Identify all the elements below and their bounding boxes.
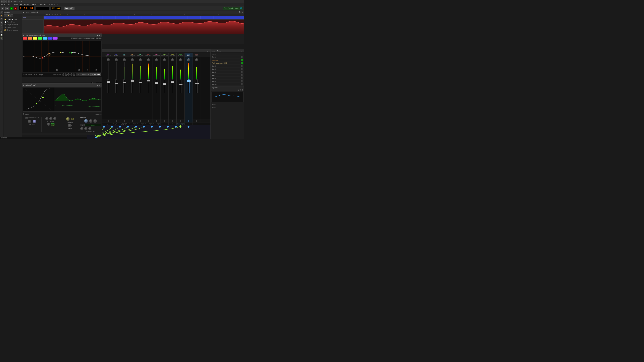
- sidebar-icon-1[interactable]: ⊕: [0, 11, 3, 14]
- menu-file[interactable]: FILE: [1, 3, 6, 5]
- ch11-pan-knob[interactable]: [179, 58, 182, 61]
- slot-10[interactable]: Slot 10: [211, 83, 244, 86]
- send-dot-13[interactable]: [196, 120, 198, 122]
- bpm-display[interactable]: 115.000: [51, 7, 60, 10]
- sidebar-icon-9[interactable]: 💡: [0, 37, 3, 39]
- ch6-fader-thumb[interactable]: [139, 82, 142, 83]
- ch4-pan-knob[interactable]: [123, 58, 126, 61]
- att-knob[interactable]: [45, 117, 48, 120]
- slot-8-dot[interactable]: [241, 77, 243, 79]
- rms-btn[interactable]: RMS: [51, 124, 55, 126]
- maximize-icon[interactable]: □: [5, 0, 8, 2]
- rewind-button[interactable]: ⏮: [1, 7, 4, 10]
- eq-settings-icon[interactable]: ⚙: [23, 34, 24, 36]
- eq-minimize-icon[interactable]: ▶: [99, 34, 100, 36]
- slot-maximus[interactable]: Maximus: [211, 58, 244, 61]
- eq-up-icon[interactable]: ▲: [238, 89, 239, 91]
- eq-band-7[interactable]: 7: [53, 37, 58, 39]
- low-on-btn[interactable]: ON: [25, 117, 28, 119]
- low-post-knob[interactable]: [33, 120, 36, 123]
- send-dot-7[interactable]: [148, 120, 149, 122]
- db24-btn[interactable]: 24 dB: [70, 119, 74, 120]
- slot-5[interactable]: Slot 5: [211, 67, 244, 70]
- eq-monitor-btn[interactable]: MONITOR: [81, 73, 90, 76]
- ch8-fader-thumb[interactable]: [155, 82, 158, 84]
- mixer-minimize-icon[interactable]: –: [206, 50, 206, 52]
- stop-button[interactable]: ⏹: [5, 7, 9, 10]
- master-knob-3[interactable]: [94, 119, 97, 123]
- ch5-pan-knob[interactable]: [131, 58, 134, 61]
- slot-6-dot[interactable]: [241, 71, 243, 73]
- eq-band-2[interactable]: 2: [28, 37, 32, 39]
- release-knob[interactable]: [88, 127, 92, 130]
- sidebar-icon-4[interactable]: ▶: [0, 21, 3, 24]
- slot-1[interactable]: Slot 1: [211, 55, 244, 58]
- send-dot-2[interactable]: [108, 120, 109, 122]
- slot-6[interactable]: Slot 6: [211, 70, 244, 73]
- menu-patterns[interactable]: PATTERNS: [20, 3, 30, 5]
- eq-mid-btn[interactable]: UPPER MID: [83, 37, 91, 39]
- ch13-fader-thumb[interactable]: [195, 83, 198, 84]
- maximus-detach-icon[interactable]: ◀: [97, 84, 98, 86]
- playlist-btn-2[interactable]: 🔍: [239, 11, 241, 13]
- ch3-fader-thumb[interactable]: [115, 83, 118, 84]
- send-dot-9[interactable]: [164, 120, 165, 122]
- play-button[interactable]: ▶: [10, 7, 13, 10]
- browser-current-project[interactable]: 📁 Current project: [4, 18, 22, 21]
- eq-down-icon[interactable]: ▼: [240, 89, 241, 91]
- maximus-minimize-icon[interactable]: ▶: [99, 84, 100, 86]
- browser-channel-presets[interactable]: 📂 Channel presets: [4, 29, 22, 31]
- ch9-fader-thumb[interactable]: [163, 83, 166, 85]
- eq-band-1[interactable]: 1: [23, 37, 27, 39]
- send-dot-12[interactable]: [188, 120, 189, 122]
- slot-5-dot[interactable]: [241, 68, 243, 70]
- maximus-close-icon[interactable]: ×: [100, 84, 102, 86]
- sidebar-icon-8[interactable]: 📊: [0, 34, 3, 36]
- slot-bottom-none1[interactable]: (none): [211, 103, 244, 106]
- eq-close-icon[interactable]: ×: [100, 34, 102, 36]
- slot-maximus-dot[interactable]: [241, 59, 243, 61]
- ch6-pan-knob[interactable]: [139, 58, 142, 61]
- ch5-fader-thumb[interactable]: [131, 80, 134, 82]
- eq-band-3[interactable]: 3: [33, 37, 38, 39]
- eq-knob-5[interactable]: [73, 73, 75, 76]
- maximus-settings-icon[interactable]: ⚙: [23, 84, 24, 86]
- sidebar-icon-3[interactable]: 🔌: [0, 18, 3, 20]
- eq-knob-1[interactable]: [62, 73, 64, 76]
- close-btn[interactable]: ×: [8, 0, 10, 2]
- slot-8[interactable]: Slot 8: [211, 77, 244, 80]
- slot-9[interactable]: Slot 9: [211, 80, 244, 83]
- threshold-knob[interactable]: [68, 124, 72, 127]
- ch4-fader-thumb[interactable]: [123, 82, 126, 83]
- eq-knob-4[interactable]: [70, 73, 72, 76]
- send-dot-6[interactable]: [140, 120, 141, 122]
- ch11-fader-thumb[interactable]: [179, 84, 182, 85]
- slot-4-dot[interactable]: [241, 65, 243, 67]
- playlist-btn-3[interactable]: ⚙: [242, 11, 243, 13]
- eq-compare-btn[interactable]: COMPARE: [91, 73, 101, 76]
- maximus-graph[interactable]: [23, 87, 102, 112]
- slot-none-top[interactable]: (none): [211, 52, 244, 55]
- gain-knob[interactable]: [66, 117, 70, 121]
- ch3-pan-knob[interactable]: [115, 58, 118, 61]
- slot-1-dot[interactable]: [241, 56, 243, 58]
- browser-action-2[interactable]: 📁: [7, 14, 10, 17]
- send-dot-5[interactable]: [132, 120, 133, 122]
- low-pre-knob[interactable]: [28, 120, 31, 123]
- ch13-pan-knob[interactable]: [195, 58, 198, 61]
- master-gain-knob[interactable]: [84, 119, 88, 123]
- eq-power-btn[interactable]: ⊙: [76, 73, 80, 76]
- eq-detach-icon[interactable]: ◀: [97, 34, 98, 36]
- ch9-pan-knob[interactable]: [163, 58, 166, 61]
- browser-recent-files[interactable]: 📋 Recent files: [4, 21, 22, 23]
- slot-7-dot[interactable]: [241, 74, 243, 76]
- menu-tools[interactable]: TOOLS: [48, 3, 55, 5]
- maximus-speed-knob[interactable]: [23, 113, 24, 115]
- send-dot-8[interactable]: [156, 120, 157, 122]
- rel-knob[interactable]: [53, 117, 56, 120]
- eq-pre-btn[interactable]: PRE: [92, 37, 95, 39]
- browser-plugin-db[interactable]: 🔌 Plugin database: [4, 23, 22, 26]
- eq-band-4[interactable]: 4: [38, 37, 42, 39]
- mixer-maximize-icon[interactable]: □: [207, 50, 208, 52]
- menu-help[interactable]: ?: [56, 3, 59, 5]
